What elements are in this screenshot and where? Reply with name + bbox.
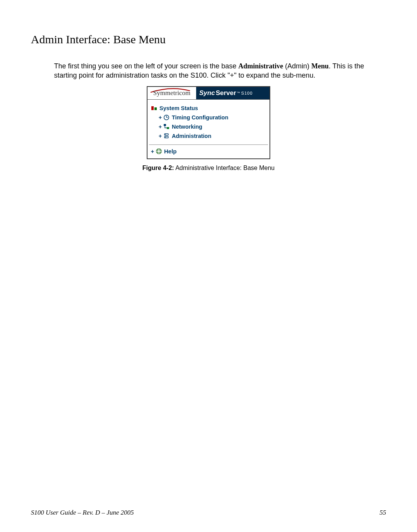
svg-point-9 [165,134,166,135]
screenshot-header: Symmetricom SyncServer™S100 [147,87,270,100]
brand-text: Symmetricom [153,89,190,97]
page-footer: S100 User Guide – Rev. D – June 2005 55 [31,509,386,517]
menu-item-timing-config[interactable]: + Timing Configuration [150,113,267,122]
menu-label-administration: Administration [172,133,211,139]
product-sync: Sync [199,89,215,97]
svg-rect-1 [154,107,157,110]
expand-icon[interactable]: + [150,148,155,155]
brand-logo: Symmetricom [147,87,196,99]
product-badge: SyncServer™S100 [196,87,270,99]
intro-bold-menu: Menu [311,62,329,70]
svg-rect-5 [164,124,166,126]
menu-label-timing-config: Timing Configuration [172,114,228,121]
figure-caption: Figure 4-2: Administrative Interface: Ba… [31,165,386,172]
expand-icon[interactable]: + [158,133,163,139]
intro-text-1: The first thing you see on the left of y… [54,62,238,70]
server-icon [163,133,170,139]
figure-caption-text: Administrative Interface: Base Menu [174,165,275,171]
menu-label-networking: Networking [172,124,202,130]
figure-container: Symmetricom SyncServer™S100 System Statu… [31,86,386,172]
page-title: Admin Interface: Base Menu [31,33,386,46]
admin-menu-screenshot: Symmetricom SyncServer™S100 System Statu… [147,86,270,159]
product-model: S100 [241,91,253,95]
network-icon [163,124,170,130]
product-tm: ™ [237,91,240,95]
svg-rect-0 [151,106,154,110]
footer-left: S100 User Guide – Rev. D – June 2005 [31,509,134,517]
menu-label-system-status: System Status [159,105,198,111]
intro-text-2: (Admin) [283,62,311,70]
menu-item-help[interactable]: + Help [147,145,270,158]
intro-paragraph: The first thing you see on the left of y… [54,61,382,80]
menu-item-administration[interactable]: + Administration [150,131,267,141]
expand-icon[interactable]: + [158,124,163,130]
footer-page-number: 55 [380,509,386,517]
status-icon [151,105,158,111]
menu-list: System Status + Timing Configuration + [147,100,270,142]
help-icon [155,148,162,154]
menu-item-networking[interactable]: + Networking [150,122,267,131]
svg-rect-6 [167,127,169,129]
clock-icon [163,114,170,121]
expand-icon[interactable]: + [158,114,163,121]
menu-item-system-status[interactable]: System Status [150,104,267,113]
figure-label: Figure 4-2: [142,165,174,171]
svg-point-10 [165,137,166,138]
intro-bold-admin: Administrative [238,62,283,70]
product-server: Server [216,89,236,97]
menu-label-help: Help [164,148,177,155]
